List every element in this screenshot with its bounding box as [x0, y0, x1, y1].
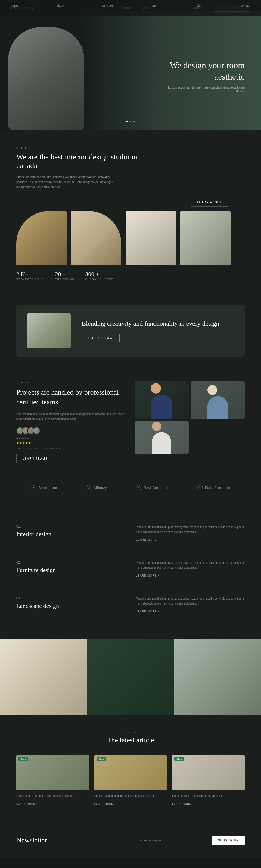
- blog-grid: Blog Lorem volutpat tincidunt iaculis ip…: [16, 755, 245, 806]
- gallery-image-1: [16, 211, 67, 265]
- service-2-desc: Posuere una nec tincidunt praesent egest…: [136, 561, 245, 570]
- logo-rovi: ❋ Rovi Ceramics: [136, 485, 168, 491]
- blog-arrow-1: ›: [36, 803, 37, 805]
- service-1-right: Posuere una nec tincidunt praesent egest…: [136, 525, 245, 541]
- about-lower: LEARN ABOUT 2 K+ PROJECTS DONE 20 + PRO …: [16, 198, 245, 281]
- logo-allionzy-icon: ◎: [86, 485, 91, 491]
- blog-card-3-text: Elit est tincidunt consectetur orci veli…: [172, 794, 245, 798]
- footer-nav-services[interactable]: services: [103, 4, 113, 7]
- about-title: We are the best interior design studio i…: [16, 153, 152, 170]
- teams-title: Projects are handled by professional cer…: [16, 388, 126, 407]
- blog-card-2-tag: Blog: [96, 757, 106, 761]
- service-1-desc: Posuere una nec tincidunt praesent egest…: [136, 525, 245, 534]
- hero-content: We design your room aesthetic Luctus acc…: [141, 38, 261, 92]
- service-2-right: Posuere una nec tincidunt praesent egest…: [136, 561, 245, 577]
- about-gallery: [16, 211, 245, 265]
- team-photo-person3: [135, 421, 189, 454]
- stat-projects-number: 2 K+: [16, 271, 44, 278]
- service-1-learn-btn[interactable]: LEARN MORE: [136, 538, 156, 541]
- arrow-icon-2: ›: [158, 574, 159, 577]
- teams-text: Posuere una nec tincidunt praesent egest…: [16, 412, 126, 422]
- subscribe-button[interactable]: SUBSCRIBE: [212, 836, 245, 845]
- team-photo-person1: [135, 381, 189, 419]
- blend-title: Blending creativity and functionality in…: [82, 319, 220, 328]
- footer-nav-blog[interactable]: blog: [197, 4, 202, 7]
- service-row-3: 03. Landscape design Posuere una nec tin…: [16, 587, 245, 622]
- learn-about-button[interactable]: LEARN ABOUT: [191, 198, 228, 207]
- stat-teams-number: 20 +: [55, 271, 75, 278]
- service-3-number: 03.: [16, 596, 125, 600]
- about-label: ABOUT: [16, 147, 245, 149]
- logo-allionzy-text: Allionzy: [93, 486, 107, 490]
- hero-dot-1[interactable]: [126, 121, 127, 122]
- hire-now-button[interactable]: HIRE US NOW: [82, 334, 120, 342]
- portfolio-image-3: [174, 639, 261, 715]
- footer-nav-about[interactable]: about: [57, 4, 64, 7]
- logos-row: ✦ Sparta .inc ◎ Allionzy ❋ Rovi Ceramics…: [16, 485, 245, 491]
- stat-teams: 20 + PRO TEAMS: [55, 271, 75, 281]
- about-section: ABOUT We are the best interior design st…: [0, 130, 261, 294]
- footer-nav-home[interactable]: home: [11, 4, 19, 7]
- footer-top: home about services team blog contact IN…: [0, 859, 261, 868]
- trusted-text: TRUSTED BY CUSTOMERS: [16, 447, 126, 450]
- blend-content: Blending creativity and functionality in…: [82, 319, 220, 343]
- logo-fado: ✧ Fado Furniture: [197, 485, 230, 491]
- footer-nav-team[interactable]: team: [152, 4, 158, 7]
- footer: home about services team blog contact IN…: [0, 859, 261, 868]
- blog-card-1-image: Blog: [16, 755, 89, 790]
- hero-dot-2[interactable]: [130, 121, 131, 122]
- about-text: Phasellus volutpat pretium. Egestas volu…: [16, 174, 120, 190]
- blog-card-2-image: Blog: [94, 755, 167, 790]
- teams-left: TEAMS Projects are handled by profession…: [16, 381, 126, 463]
- service-3-learn-btn[interactable]: LEARN MORE ›: [136, 610, 159, 613]
- blog-card-2: Blog Egestas vitae feugiat ullamcorper p…: [94, 755, 167, 806]
- newsletter-section: Newsletter SUBSCRIBE: [0, 822, 261, 859]
- newsletter-form: SUBSCRIBE: [136, 836, 245, 845]
- blog-card-3-tag: Blog: [174, 757, 184, 761]
- portfolio-section: [0, 639, 261, 715]
- stat-projects-label: PROJECTS DONE: [16, 278, 44, 281]
- stars-rating: ★★★★★: [16, 441, 126, 445]
- team-photo-person2: [191, 381, 245, 419]
- stat-clients: 300 + GLOBAL CLIENTS: [85, 271, 113, 281]
- service-2-title: Furniture design: [16, 566, 125, 574]
- gallery-image-4: [180, 211, 231, 265]
- logo-rovi-icon: ❋: [136, 485, 141, 491]
- stat-teams-label: PRO TEAMS: [55, 278, 75, 281]
- services-section: 01. Interior design Posuere una nec tinc…: [0, 499, 261, 639]
- service-3-left: 03. Landscape design: [16, 596, 125, 610]
- logos-section: ✦ Sparta .inc ◎ Allionzy ❋ Rovi Ceramics…: [0, 477, 261, 499]
- service-2-learn-btn[interactable]: LEARN MORE ›: [136, 574, 159, 577]
- logo-rovi-text: Rovi Ceramics: [144, 486, 168, 490]
- logo-fado-icon: ✧: [197, 485, 203, 491]
- newsletter-email-input[interactable]: [136, 836, 212, 845]
- blog-card-1-tag: Blog: [19, 757, 28, 761]
- blog-card-1-btn[interactable]: LEARN MORE ›: [16, 803, 37, 805]
- service-2-left: 02. Furniture design: [16, 561, 125, 574]
- gallery-image-2: [71, 211, 121, 265]
- teams-label: TEAMS: [16, 381, 126, 384]
- service-row-1: 01. Interior design Posuere una nec tinc…: [16, 515, 245, 551]
- service-3-right: Posuere una nec tincidunt praesent egest…: [136, 596, 245, 613]
- service-1-left: 01. Interior design: [16, 525, 125, 538]
- service-1-number: 01.: [16, 525, 125, 528]
- hero-chair-image: [8, 27, 84, 130]
- hero-dots: [0, 121, 261, 122]
- logo-allionzy: ◎ Allionzy: [86, 485, 107, 491]
- logo-sparta-text: Sparta .inc: [38, 486, 57, 490]
- newsletter-title: Newsletter: [16, 836, 47, 844]
- blog-arrow-2: ›: [114, 803, 115, 805]
- logo-sparta-icon: ✦: [31, 485, 36, 491]
- learn-teams-button[interactable]: LEARN TEAMS: [16, 454, 54, 463]
- hero-dot-3[interactable]: [134, 121, 135, 122]
- footer-nav-contact[interactable]: contact: [241, 4, 250, 7]
- gallery-image-3: [125, 211, 176, 265]
- blog-card-3-btn[interactable]: LEARN MORE ›: [172, 803, 193, 805]
- blog-card-2-btn[interactable]: LEARN MORE ›: [94, 803, 115, 805]
- reviews-text: (8.5 reviews): [16, 437, 126, 440]
- logo-fado-text: Fado Furniture: [205, 486, 230, 490]
- hero-subtitle: Luctus accumsan torquent per conubia nos…: [163, 86, 245, 92]
- service-2-number: 02.: [16, 561, 125, 564]
- teams-photos: [135, 381, 245, 454]
- blog-section: BLOG The latest article Blog Lorem volut…: [0, 715, 261, 822]
